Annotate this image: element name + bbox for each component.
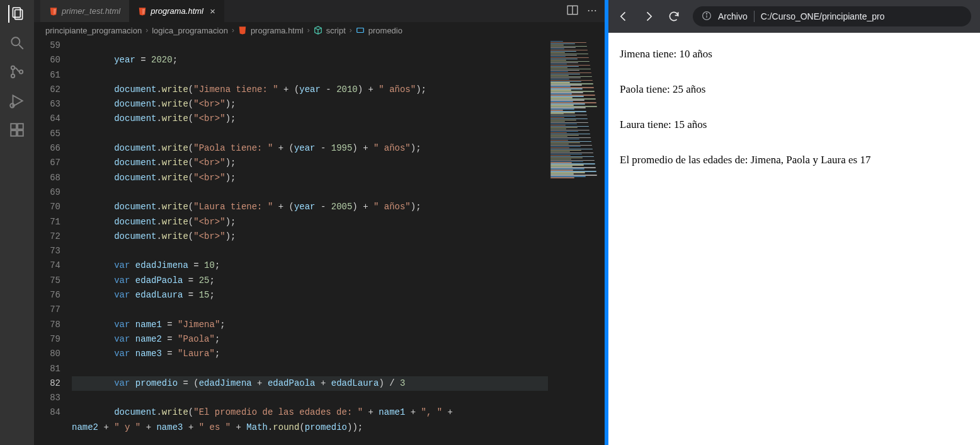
cube-icon xyxy=(314,26,322,35)
close-icon[interactable]: × xyxy=(210,6,215,16)
crumb[interactable]: promedio xyxy=(368,26,402,35)
html5-icon xyxy=(138,7,147,16)
svg-rect-11 xyxy=(11,130,16,136)
address-prefix: Archivo xyxy=(718,11,748,21)
svg-point-6 xyxy=(20,70,23,73)
tab-primer-test[interactable]: primer_test.html xyxy=(40,0,129,22)
forward-icon[interactable] xyxy=(642,10,655,23)
browser-viewport: Jimena tiene: 10 años Paola tiene: 25 añ… xyxy=(608,33,980,445)
minimap[interactable] xyxy=(548,38,605,445)
more-icon[interactable]: ⋯ xyxy=(587,4,597,18)
svg-point-2 xyxy=(11,37,20,45)
address-path: C:/Curso_ONE/principiante_pro xyxy=(761,11,885,21)
breadcrumb[interactable]: principiante_programacion › logica_progr… xyxy=(34,22,605,38)
svg-point-18 xyxy=(706,13,707,14)
line-gutter: 5960616263646566676869707172737475767778… xyxy=(34,38,72,445)
chevron-right-icon: › xyxy=(350,26,352,35)
tab-bar: primer_test.html programa.html × ⋯ xyxy=(34,0,605,22)
code-content[interactable]: year = 2020; document.write("Jimena tien… xyxy=(72,38,548,445)
tab-label: programa.html xyxy=(151,6,203,16)
info-icon[interactable] xyxy=(702,11,712,23)
source-control-icon[interactable] xyxy=(8,63,26,81)
activity-bar xyxy=(0,0,34,445)
html5-icon xyxy=(238,26,247,35)
browser-window: Archivo C:/Curso_ONE/principiante_pro Ji… xyxy=(608,0,980,445)
vscode-editor: primer_test.html programa.html × ⋯ princ… xyxy=(0,0,605,445)
svg-rect-15 xyxy=(357,28,364,33)
run-debug-icon[interactable] xyxy=(8,92,26,110)
tab-label: primer_test.html xyxy=(62,6,120,16)
variable-icon xyxy=(356,26,365,35)
back-icon[interactable] xyxy=(617,10,630,23)
output-line: Paola tiene: 25 años xyxy=(620,83,969,96)
svg-point-4 xyxy=(11,66,14,69)
svg-rect-10 xyxy=(18,124,23,129)
code-area[interactable]: 5960616263646566676869707172737475767778… xyxy=(34,38,605,445)
crumb[interactable]: principiante_programacion xyxy=(45,26,142,35)
tab-actions: ⋯ xyxy=(567,4,605,18)
split-editor-icon[interactable] xyxy=(567,4,578,18)
search-icon[interactable] xyxy=(8,34,26,52)
html5-icon xyxy=(49,7,58,16)
svg-line-3 xyxy=(19,45,23,49)
svg-point-5 xyxy=(11,74,14,78)
address-divider xyxy=(754,11,755,22)
chevron-right-icon: › xyxy=(307,26,310,35)
chevron-right-icon: › xyxy=(232,26,234,35)
tab-programa[interactable]: programa.html × xyxy=(129,0,224,22)
extensions-icon[interactable] xyxy=(8,121,26,139)
crumb[interactable]: programa.html xyxy=(251,26,304,35)
reload-icon[interactable] xyxy=(668,10,680,23)
svg-rect-12 xyxy=(18,130,23,136)
svg-point-8 xyxy=(10,103,14,108)
address-bar[interactable]: Archivo C:/Curso_ONE/principiante_pro xyxy=(693,6,971,26)
explorer-icon[interactable] xyxy=(8,5,26,23)
output-line: El promedio de las edades de: Jimena, Pa… xyxy=(620,154,969,166)
svg-rect-0 xyxy=(13,8,20,17)
svg-rect-9 xyxy=(11,124,16,129)
svg-rect-1 xyxy=(15,10,23,20)
output-line: Laura tiene: 15 años xyxy=(620,118,969,131)
crumb[interactable]: script xyxy=(326,26,346,35)
browser-toolbar: Archivo C:/Curso_ONE/principiante_pro xyxy=(608,0,980,33)
crumb[interactable]: logica_programacion xyxy=(152,26,228,35)
chevron-right-icon: › xyxy=(145,26,148,35)
output-line: Jimena tiene: 10 años xyxy=(620,48,969,61)
editor-pane: primer_test.html programa.html × ⋯ princ… xyxy=(34,0,605,445)
